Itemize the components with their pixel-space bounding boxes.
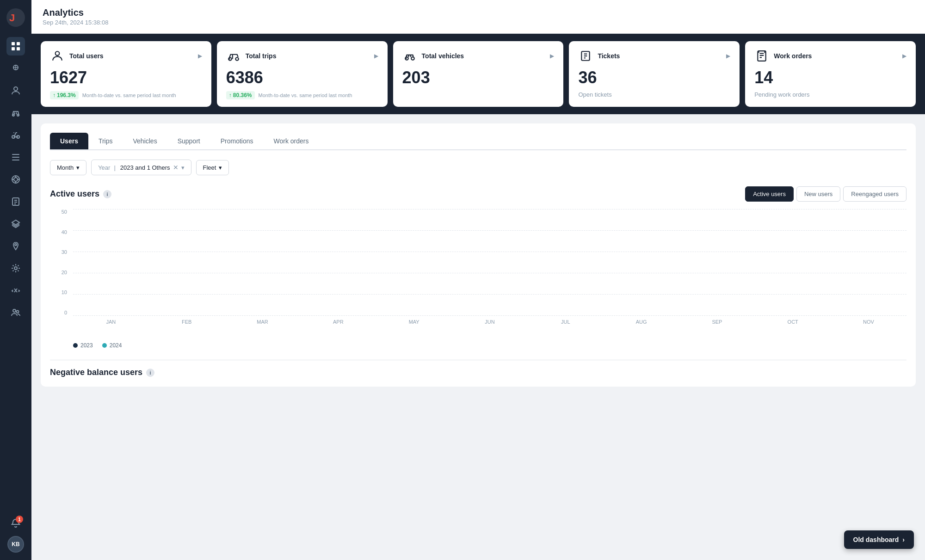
chart-bars [73, 209, 906, 315]
stat-icon-tickets [578, 49, 593, 63]
stat-desc-total-users: Month-to-date vs. same period last month [82, 92, 176, 98]
sidebar-item-support[interactable] [6, 170, 25, 189]
bar-chart: 01020304050 JANFEBMARAPRMAYJUNJULAUGSEPO… [50, 209, 906, 338]
toggle-reengaged-users[interactable]: Reengaged users [843, 186, 906, 202]
year-filter[interactable]: Year | 2023 and 1 Others ✕ ▾ [91, 160, 191, 175]
stat-arrow-tickets[interactable]: ▶ [726, 53, 730, 59]
sidebar-item-settings[interactable] [6, 259, 25, 277]
y-axis-label: 50 [50, 209, 71, 215]
stat-badge-total-trips: ↑80.36% [226, 91, 255, 99]
stat-title-tickets: Tickets [598, 52, 620, 60]
stat-arrow-work-orders[interactable]: ▶ [902, 53, 906, 59]
stat-card-work-orders[interactable]: Work orders ▶ 14 Pending work orders [745, 41, 916, 107]
content-area: UsersTripsVehiclesSupportPromotionsWork … [31, 114, 925, 560]
stat-arrow-total-vehicles[interactable]: ▶ [550, 53, 554, 59]
sidebar-item-reports[interactable] [6, 192, 25, 211]
sidebar-item-vehicles[interactable] [6, 104, 25, 122]
svg-rect-14 [12, 160, 19, 160]
sidebar-item-users[interactable] [6, 81, 25, 100]
svg-rect-4 [12, 47, 15, 50]
stat-footer-total-trips: ↑80.36% Month-to-date vs. same period la… [226, 91, 378, 99]
x-axis-label: MAR [225, 315, 301, 338]
arrow-right-icon: › [902, 536, 905, 543]
stat-card-tickets[interactable]: Tickets ▶ 36 Open tickets [569, 41, 740, 107]
chart-info-icon[interactable]: i [103, 190, 111, 198]
top-header: Analytics Sep 24th, 2024 15:38:08 [31, 0, 925, 34]
svg-text:J: J [9, 12, 15, 24]
stat-title-total-users: Total users [69, 52, 104, 60]
toggle-new-users[interactable]: New users [796, 186, 840, 202]
period-filter[interactable]: Month ▾ [50, 160, 86, 175]
y-axis-label: 10 [50, 289, 71, 295]
main-card: UsersTripsVehiclesSupportPromotionsWork … [41, 123, 916, 387]
svg-point-25 [15, 244, 17, 246]
bottom-section-title: Negative balance users i [50, 368, 906, 377]
chevron-down-icon: ▾ [219, 164, 222, 171]
x-axis-label: FEB [149, 315, 225, 338]
tab-vehicles[interactable]: Vehicles [123, 133, 167, 149]
stat-arrow-total-users[interactable]: ▶ [198, 53, 202, 59]
sidebar-item-map[interactable] [6, 59, 25, 78]
sidebar-item-ebikes[interactable] [6, 126, 25, 144]
page-subtitle: Sep 24th, 2024 15:38:08 [43, 19, 108, 26]
x-axis-label: JAN [73, 315, 149, 338]
svg-point-28 [17, 311, 19, 313]
stat-value-tickets: 36 [578, 68, 730, 87]
year-filter-clear[interactable]: ✕ [173, 164, 179, 171]
stat-value-work-orders: 14 [754, 68, 906, 87]
sidebar-notifications[interactable]: 1 [6, 514, 25, 532]
stat-sub-work-orders: Pending work orders [754, 91, 809, 98]
chart-title: Active users i [50, 189, 111, 199]
sidebar: J 1 KB [0, 0, 31, 560]
stat-footer-work-orders: Pending work orders [754, 91, 906, 98]
fleet-filter[interactable]: Fleet ▾ [196, 160, 229, 175]
stat-icon-total-vehicles [402, 49, 417, 63]
filters-bar: Month ▾ Year | 2023 and 1 Others ✕ ▾ Fle… [50, 160, 906, 175]
stat-value-total-users: 1627 [50, 68, 202, 87]
sidebar-item-list[interactable] [6, 148, 25, 166]
y-axis-label: 40 [50, 229, 71, 235]
stat-card-header-total-users: Total users ▶ [50, 49, 202, 63]
svg-rect-12 [12, 154, 19, 155]
svg-rect-2 [12, 42, 15, 45]
x-axis-label: JUL [528, 315, 604, 338]
tab-support[interactable]: Support [167, 133, 210, 149]
bottom-info-icon[interactable]: i [146, 369, 154, 377]
svg-rect-3 [17, 42, 20, 45]
stat-card-header-total-vehicles: Total vehicles ▶ [402, 49, 555, 63]
x-axis-label: APR [300, 315, 376, 338]
tab-users[interactable]: Users [50, 133, 88, 149]
chevron-down-icon: ▾ [76, 164, 80, 171]
app-logo[interactable]: J [6, 7, 26, 28]
toggle-active-users[interactable]: Active users [745, 186, 794, 202]
legend-2023: 2023 [73, 342, 93, 349]
tab-bar: UsersTripsVehiclesSupportPromotionsWork … [50, 133, 906, 150]
y-axis-label: 0 [50, 310, 71, 315]
stat-arrow-total-trips[interactable]: ▶ [374, 53, 378, 59]
tab-work-orders[interactable]: Work orders [264, 133, 319, 149]
stat-card-total-vehicles[interactable]: Total vehicles ▶ 203 [393, 41, 564, 107]
x-axis-label: MAY [376, 315, 452, 338]
bottom-section: Negative balance users i [50, 360, 906, 377]
sidebar-item-marketing[interactable] [6, 281, 25, 300]
stat-card-total-users[interactable]: Total users ▶ 1627 ↑196.3% Month-to-date… [41, 41, 211, 107]
sidebar-item-dashboard[interactable] [6, 37, 25, 55]
sidebar-item-location[interactable] [6, 237, 25, 255]
stat-card-header-work-orders: Work orders ▶ [754, 49, 906, 63]
x-axis-label: SEP [679, 315, 755, 338]
legend-dot-2023 [73, 343, 78, 348]
stat-title-total-vehicles: Total vehicles [422, 52, 464, 60]
sidebar-item-layers[interactable] [6, 215, 25, 233]
user-avatar[interactable]: KB [7, 536, 24, 553]
page-title: Analytics [43, 7, 108, 18]
tab-trips[interactable]: Trips [88, 133, 123, 149]
tab-promotions[interactable]: Promotions [210, 133, 264, 149]
chevron-down-icon[interactable]: ▾ [181, 164, 185, 171]
notification-badge: 1 [16, 516, 23, 523]
old-dashboard-button[interactable]: Old dashboard › [844, 530, 914, 549]
stat-card-total-trips[interactable]: Total trips ▶ 6386 ↑80.36% Month-to-date… [217, 41, 388, 107]
svg-point-31 [235, 57, 238, 61]
stat-icon-work-orders [754, 49, 769, 63]
sidebar-item-team[interactable] [6, 303, 25, 322]
stat-value-total-vehicles: 203 [402, 68, 555, 87]
